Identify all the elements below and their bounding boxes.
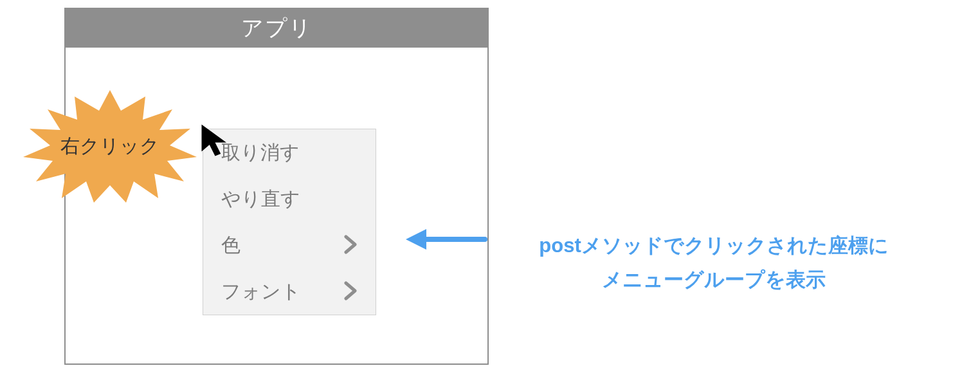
menu-item-color[interactable]: 色 bbox=[203, 222, 376, 268]
annotation-text: postメソッドでクリックされた座標に メニューグループを表示 bbox=[489, 229, 939, 297]
annotation-arrow-icon bbox=[404, 220, 488, 261]
chevron-right-icon bbox=[343, 279, 358, 304]
right-click-badge-label: 右クリック bbox=[23, 90, 197, 203]
menu-item-label: やり直す bbox=[221, 186, 300, 212]
menu-item-label: フォント bbox=[221, 279, 301, 305]
window-title: アプリ bbox=[241, 14, 313, 43]
menu-item-label: 色 bbox=[221, 232, 240, 259]
annotation-line-2: メニューグループを表示 bbox=[489, 263, 939, 297]
svg-marker-0 bbox=[202, 125, 227, 156]
menu-item-font[interactable]: フォント bbox=[203, 268, 376, 315]
cursor-icon bbox=[199, 122, 235, 161]
menu-item-redo[interactable]: やり直す bbox=[203, 176, 376, 222]
annotation-line-1: postメソッドでクリックされた座標に bbox=[489, 229, 939, 263]
right-click-badge: 右クリック bbox=[23, 90, 197, 203]
window-title-bar: アプリ bbox=[66, 9, 487, 48]
chevron-right-icon bbox=[343, 232, 358, 258]
svg-marker-3 bbox=[406, 229, 426, 250]
